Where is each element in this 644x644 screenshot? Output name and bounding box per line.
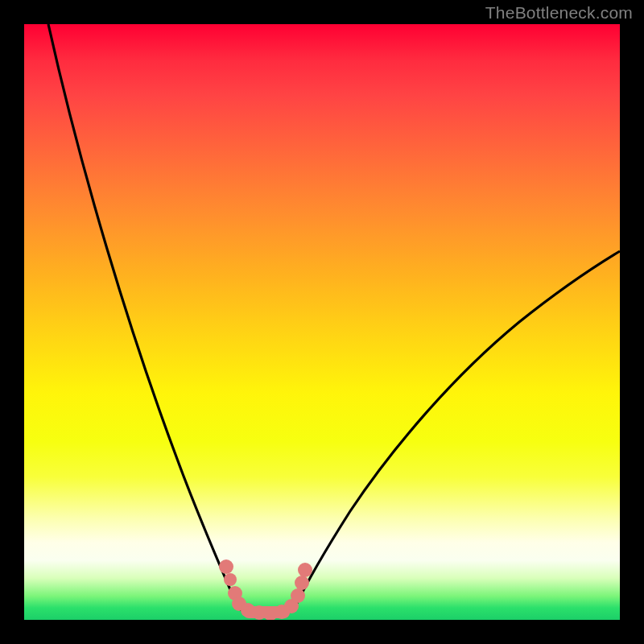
svg-point-0 — [219, 559, 233, 574]
svg-point-9 — [291, 588, 305, 603]
curve-right-branch — [295, 251, 620, 606]
svg-rect-12 — [243, 606, 290, 618]
curve-overlay — [24, 24, 620, 620]
plot-area — [24, 24, 620, 620]
watermark-text: TheBottleneck.com — [485, 3, 633, 23]
curve-left-branch — [48, 24, 242, 610]
optimal-range-markers — [219, 559, 312, 620]
svg-point-11 — [298, 563, 312, 577]
svg-point-1 — [224, 573, 237, 586]
outer-black-frame: TheBottleneck.com — [0, 0, 644, 644]
svg-point-10 — [295, 576, 309, 590]
